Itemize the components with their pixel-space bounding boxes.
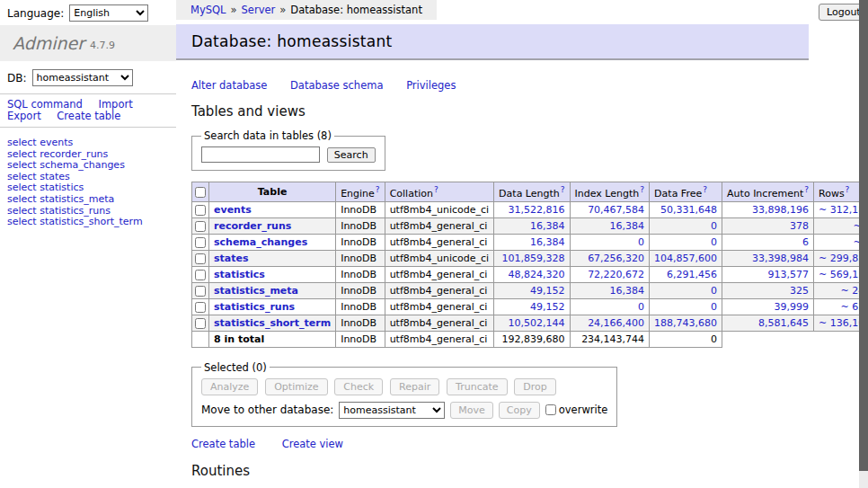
adminer-app: Language: English MySQL » Server » Datab… bbox=[0, 0, 868, 488]
breadcrumb-current: Database: homeassistant bbox=[290, 4, 422, 16]
cell-data-free: 6,291,456 bbox=[650, 266, 722, 282]
sidebar-item-select-statistics-meta[interactable]: select statistics_meta bbox=[7, 194, 143, 206]
cell-auto-increment: 8,581,645 bbox=[722, 315, 814, 331]
sidebar-divider bbox=[0, 127, 176, 128]
search-fieldset: Search data in tables (8) Search bbox=[191, 129, 385, 171]
sidebar-export-link[interactable]: Export bbox=[7, 110, 41, 122]
row-checkbox[interactable] bbox=[195, 286, 206, 297]
cell-engine: InnoDB bbox=[336, 250, 385, 266]
help-icon[interactable]: ? bbox=[846, 185, 850, 194]
search-button[interactable]: Search bbox=[327, 147, 376, 163]
help-icon[interactable]: ? bbox=[804, 185, 809, 194]
help-icon[interactable]: ? bbox=[640, 185, 644, 194]
table-link[interactable]: statistics bbox=[214, 269, 265, 280]
routines-heading: Routines bbox=[191, 463, 820, 479]
cell-data-free: 0 bbox=[650, 234, 722, 250]
cell-engine: InnoDB bbox=[336, 331, 385, 347]
cell-collation: utf8mb4_general_ci bbox=[385, 331, 493, 347]
drop-button[interactable]: Drop bbox=[514, 378, 555, 395]
table-link[interactable]: states bbox=[214, 253, 249, 264]
sidebar-create-table-link[interactable]: Create table bbox=[57, 110, 120, 122]
create-table-link[interactable]: Create table bbox=[191, 438, 255, 450]
cell-index-length: 16,384 bbox=[570, 282, 650, 298]
breadcrumb-mysql-link[interactable]: MySQL bbox=[190, 4, 226, 16]
selected-actions: Analyze Optimize Check Repair Truncate D… bbox=[201, 378, 607, 395]
cell-data-free: 0 bbox=[650, 217, 722, 234]
cell-auto-increment: 378 bbox=[722, 217, 814, 234]
search-legend: Search data in tables (8) bbox=[201, 129, 334, 142]
sidebar-sql-command-link[interactable]: SQL command bbox=[7, 98, 83, 111]
cell-auto-increment: 325 bbox=[722, 282, 814, 298]
cell-collation: utf8mb4_general_ci bbox=[385, 315, 493, 331]
help-icon[interactable]: ? bbox=[561, 185, 565, 194]
table-link[interactable]: statistics_runs bbox=[214, 301, 295, 313]
overwrite-checkbox[interactable] bbox=[545, 404, 556, 415]
sidebar-divider bbox=[0, 93, 176, 94]
check-button[interactable]: Check bbox=[334, 378, 383, 395]
table-link[interactable]: statistics_meta bbox=[214, 285, 298, 297]
table-link[interactable]: statistics_short_term bbox=[214, 317, 331, 329]
sidebar-item-select-statistics-short-term[interactable]: select statistics_short_term bbox=[7, 217, 143, 228]
move-database-select[interactable]: homeassistant bbox=[339, 402, 445, 419]
help-icon[interactable]: ? bbox=[703, 185, 707, 194]
row-checkbox[interactable] bbox=[195, 302, 206, 313]
truncate-button[interactable]: Truncate bbox=[447, 378, 507, 395]
row-checkbox[interactable] bbox=[195, 253, 206, 264]
row-checkbox[interactable] bbox=[195, 221, 206, 232]
breadcrumb-server-link[interactable]: Server bbox=[242, 4, 276, 16]
table-link[interactable]: events bbox=[214, 204, 252, 216]
cell-engine: InnoDB bbox=[336, 282, 385, 298]
sidebar-item-select-events[interactable]: select events bbox=[7, 138, 143, 149]
help-icon[interactable]: ? bbox=[376, 185, 380, 194]
row-checkbox[interactable] bbox=[195, 318, 206, 329]
database-nav-links: Alter database Database schema Privilege… bbox=[191, 79, 820, 92]
cell-index-length: 16,384 bbox=[570, 217, 650, 234]
table-row: events InnoDB utf8mb4_unicode_ci 31,522,… bbox=[192, 201, 868, 217]
select-all-checkbox[interactable] bbox=[195, 187, 206, 198]
search-input[interactable] bbox=[201, 146, 320, 163]
sidebar-item-select-schema-changes[interactable]: select schema_changes bbox=[7, 160, 143, 172]
cell-auto-increment: 913,577 bbox=[722, 266, 814, 282]
cell-data-length: 48,824,320 bbox=[494, 266, 570, 282]
optimize-button[interactable]: Optimize bbox=[265, 378, 327, 395]
row-checkbox[interactable] bbox=[195, 237, 206, 248]
scrollbar-thumb[interactable] bbox=[859, 0, 868, 471]
tables-list: Table Engine? Collation? Data Length? In… bbox=[191, 182, 868, 348]
cell-collation: utf8mb4_unicode_ci bbox=[385, 250, 493, 266]
table-row: statistics_meta InnoDB utf8mb4_general_c… bbox=[192, 282, 868, 298]
cell-collation: utf8mb4_general_ci bbox=[385, 282, 493, 298]
table-row: statistics_runs InnoDB utf8mb4_general_c… bbox=[192, 298, 868, 315]
table-row: statistics_short_term InnoDB utf8mb4_gen… bbox=[192, 315, 868, 331]
row-checkbox[interactable] bbox=[195, 270, 206, 280]
database-schema-link[interactable]: Database schema bbox=[290, 79, 383, 92]
help-icon[interactable]: ? bbox=[434, 185, 438, 194]
total-label: 8 in total bbox=[209, 331, 336, 347]
table-row: states InnoDB utf8mb4_unicode_ci 101,859… bbox=[192, 250, 868, 266]
row-checkbox[interactable] bbox=[195, 205, 206, 216]
privileges-link[interactable]: Privileges bbox=[406, 79, 456, 92]
sidebar-import-link[interactable]: Import bbox=[98, 98, 132, 111]
copy-button[interactable]: Copy bbox=[499, 402, 540, 419]
db-selector-row: DB: homeassistant bbox=[7, 69, 133, 86]
breadcrumb-separator: » bbox=[279, 4, 286, 16]
vertical-scrollbar[interactable] bbox=[859, 0, 868, 488]
language-select[interactable]: English bbox=[69, 4, 148, 22]
cell-collation: utf8mb4_unicode_ci bbox=[385, 201, 493, 217]
repair-button[interactable]: Repair bbox=[390, 378, 439, 395]
sidebar-actions: SQL command Import Export Create table bbox=[7, 99, 146, 122]
breadcrumb: MySQL » Server » Database: homeassistant bbox=[176, 0, 437, 20]
cell-collation: utf8mb4_general_ci bbox=[385, 298, 493, 315]
analyze-button[interactable]: Analyze bbox=[201, 378, 258, 395]
table-link[interactable]: recorder_runs bbox=[214, 220, 291, 232]
move-button[interactable]: Move bbox=[450, 402, 493, 419]
sidebar-table-links: select events select recorder_runs selec… bbox=[7, 138, 143, 228]
db-select[interactable]: homeassistant bbox=[32, 69, 133, 86]
table-row: statistics InnoDB utf8mb4_general_ci 48,… bbox=[192, 266, 868, 282]
language-row: Language: English bbox=[7, 4, 148, 22]
alter-database-link[interactable]: Alter database bbox=[191, 79, 267, 92]
overwrite-option: overwrite bbox=[545, 404, 608, 416]
create-view-link[interactable]: Create view bbox=[282, 438, 343, 450]
column-header-auto-increment: Auto Increment? bbox=[722, 182, 814, 202]
table-link[interactable]: schema_changes bbox=[214, 236, 307, 248]
cell-collation: utf8mb4_general_ci bbox=[385, 234, 493, 250]
